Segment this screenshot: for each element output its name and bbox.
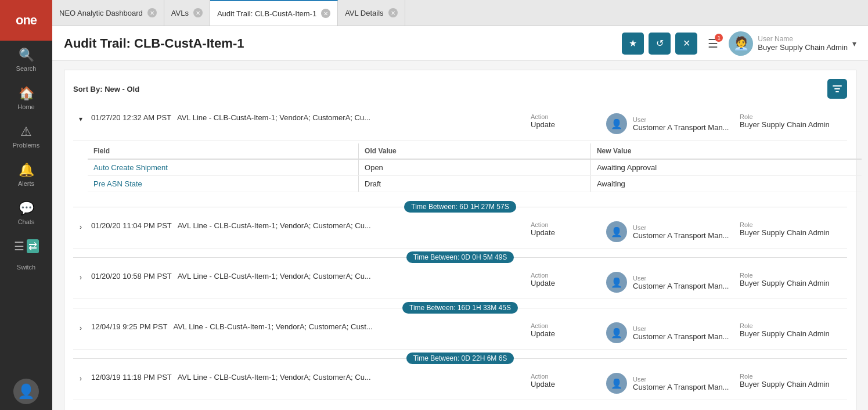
tab-avls[interactable]: AVLs ✕	[164, 0, 210, 26]
tab-neo-close[interactable]: ✕	[147, 8, 157, 17]
field-name-1: Auto Create Shipment	[93, 163, 168, 172]
sort-by-text: Sort By:	[73, 85, 105, 93]
sidebar-switch[interactable]: ☰ ⇄	[0, 232, 52, 260]
audit-role-label-3: Role	[740, 272, 844, 279]
sidebar-label-problems: Problems	[13, 142, 39, 149]
audit-toggle-4[interactable]: ›	[76, 323, 85, 333]
audit-role-4: Role Buyer Supply Chain Admin	[740, 322, 844, 338]
star-button[interactable]: ★	[622, 33, 644, 55]
audit-user-label-3: User	[633, 275, 729, 282]
old-value-1: Open	[359, 159, 591, 176]
refresh-button[interactable]: ↺	[649, 33, 671, 55]
audit-role-3: Role Buyer Supply Chain Admin	[740, 272, 844, 287]
audit-user-section-1: 👤 User Customer A Transport Man...	[606, 113, 734, 134]
switch-label: Switch	[17, 264, 35, 271]
sidebar-item-alerts[interactable]: 🔔 Alerts	[0, 156, 52, 194]
audit-row-1[interactable]: ▾ 01/27/20 12:32 AM PST AVL Line - CLB-C…	[73, 107, 847, 141]
audit-entry-4: › 12/04/19 9:25 PM PST AVL Line - CLB-Cu…	[73, 317, 847, 367]
audit-row-2[interactable]: › 01/20/20 11:04 PM PST AVL Line - CLB-C…	[73, 215, 847, 249]
filter-icon	[833, 85, 842, 93]
app-logo[interactable]: one	[0, 0, 52, 41]
tab-bar: NEO Analytic Dashboard ✕ AVLs ✕ Audit Tr…	[52, 0, 868, 26]
filter-button[interactable]	[827, 79, 847, 99]
audit-user-name-5: Customer A Transport Man...	[633, 383, 729, 391]
tab-avldetails-close[interactable]: ✕	[388, 8, 398, 17]
field-name-2: Pre ASN State	[93, 179, 142, 188]
sidebar-item-chats[interactable]: 💬 Chats	[0, 194, 52, 232]
col-header-field: Field	[88, 143, 359, 159]
audit-user-info-5: User Customer A Transport Man...	[633, 376, 729, 391]
svg-rect-0	[833, 85, 842, 87]
audit-user-section-3: 👤 User Customer A Transport Man...	[606, 272, 734, 293]
tab-avldetails[interactable]: AVL Details ✕	[338, 0, 405, 26]
audit-action-value-1: Update	[531, 120, 600, 129]
col-header-new: New Value	[590, 143, 862, 159]
sidebar-user-avatar[interactable]: 👤	[13, 379, 39, 404]
audit-user-avatar-4: 👤	[606, 322, 627, 343]
audit-user-name-1: Customer A Transport Man...	[633, 123, 729, 132]
audit-action-1: Action Update	[531, 113, 600, 129]
audit-row-3[interactable]: › 01/20/20 10:58 PM PST AVL Line - CLB-C…	[73, 266, 847, 299]
content-inner: Sort By: New - Old ▾ 01/27/20 12:	[64, 70, 856, 410]
dropdown-arrow-icon[interactable]: ▾	[852, 39, 856, 48]
time-between-badge-2: Time Between: 0D 0H 5M 49S	[406, 251, 514, 263]
content-area: Sort By: New - Old ▾ 01/27/20 12:	[52, 61, 868, 410]
table-row: Auto Create Shipment Open Awaiting Appro…	[88, 159, 862, 176]
audit-row-4[interactable]: › 12/04/19 9:25 PM PST AVL Line - CLB-Cu…	[73, 317, 847, 350]
audit-user-section-5: 👤 User Customer A Transport Man...	[606, 373, 734, 394]
time-between-badge-3: Time Between: 16D 1H 33M 45S	[402, 302, 518, 314]
audit-user-name-2: Customer A Transport Man...	[633, 231, 729, 240]
audit-toggle-5[interactable]: ›	[76, 374, 85, 383]
tab-avldetails-label: AVL Details	[345, 9, 383, 17]
audit-datetime-3: 01/20/20 10:58 PM PST AVL Line - CLB-Cus…	[91, 272, 371, 280]
col-header-old: Old Value	[359, 143, 591, 159]
audit-role-2: Role Buyer Supply Chain Admin	[740, 221, 844, 237]
menu-button[interactable]: ☰ 1	[702, 33, 724, 55]
audit-toggle-3[interactable]: ›	[76, 273, 85, 282]
close-button[interactable]: ✕	[675, 33, 697, 55]
search-icon: 🔍	[19, 48, 34, 63]
svg-rect-2	[835, 91, 839, 92]
audit-action-label-4: Action	[531, 322, 600, 329]
problems-icon: ⚠	[20, 124, 32, 139]
sort-bar: Sort By: New - Old	[73, 79, 847, 99]
audit-action-5: Action Update	[531, 373, 600, 389]
tab-audit[interactable]: Audit Trail: CLB-CustA-Item-1 ✕	[210, 0, 338, 26]
user-section[interactable]: 🧑‍💼 User Name Buyer Supply Chain Admin ▾	[729, 31, 856, 56]
switch-arrow-icon: ⇄	[27, 239, 39, 253]
audit-row-5[interactable]: › 12/03/19 11:18 PM PST AVL Line - CLB-C…	[73, 367, 847, 400]
page-title: Audit Trail: CLB-CustA-Item-1	[64, 36, 622, 51]
audit-entry-3: › 01/20/20 10:58 PM PST AVL Line - CLB-C…	[73, 266, 847, 317]
time-between-1: Time Between: 6D 1H 27M 57S	[73, 198, 847, 215]
audit-user-info-4: User Customer A Transport Man...	[633, 325, 729, 341]
audit-user-name-4: Customer A Transport Man...	[633, 332, 729, 341]
audit-toggle-2[interactable]: ›	[76, 222, 85, 232]
user-info: User Name Buyer Supply Chain Admin	[758, 35, 848, 52]
audit-user-section-2: 👤 User Customer A Transport Man...	[606, 221, 734, 242]
audit-toggle-1[interactable]: ▾	[76, 114, 85, 124]
sidebar-avatar-icon: 👤	[17, 383, 35, 400]
sidebar-item-search[interactable]: 🔍 Search	[0, 41, 52, 79]
page-header: Audit Trail: CLB-CustA-Item-1 ★ ↺ ✕ ☰ 1 …	[52, 26, 868, 61]
tab-neo[interactable]: NEO Analytic Dashboard ✕	[52, 0, 164, 26]
chats-icon: 💬	[19, 201, 34, 216]
user-name: User Name	[758, 35, 848, 43]
sidebar-item-problems[interactable]: ⚠ Problems	[0, 117, 52, 156]
tab-avls-close[interactable]: ✕	[193, 8, 203, 17]
sidebar-item-home[interactable]: 🏠 Home	[0, 79, 52, 117]
sidebar: one 🔍 Search 🏠 Home ⚠ Problems 🔔 Alerts …	[0, 0, 52, 410]
sidebar-label-home: Home	[17, 103, 34, 110]
audit-main-info-1: 01/27/20 12:32 AM PST AVL Line - CLB-Cus…	[91, 113, 525, 122]
audit-table-1: Field Old Value New Value Auto Create Sh…	[88, 143, 862, 192]
tab-audit-close[interactable]: ✕	[321, 9, 330, 18]
sidebar-label-chats: Chats	[18, 218, 35, 225]
audit-user-avatar-3: 👤	[606, 272, 627, 293]
audit-action-value-4: Update	[531, 329, 600, 338]
audit-main-info-2: 01/20/20 11:04 PM PST AVL Line - CLB-Cus…	[91, 221, 525, 230]
audit-role-value-3: Buyer Supply Chain Admin	[740, 279, 844, 287]
tab-avls-label: AVLs	[171, 9, 189, 17]
audit-datetime-1: 01/27/20 12:32 AM PST AVL Line - CLB-Cus…	[91, 113, 370, 122]
audit-role-value-5: Buyer Supply Chain Admin	[740, 380, 844, 389]
time-between-3: Time Between: 16D 1H 33M 45S	[73, 299, 847, 317]
tab-neo-label: NEO Analytic Dashboard	[59, 9, 143, 17]
